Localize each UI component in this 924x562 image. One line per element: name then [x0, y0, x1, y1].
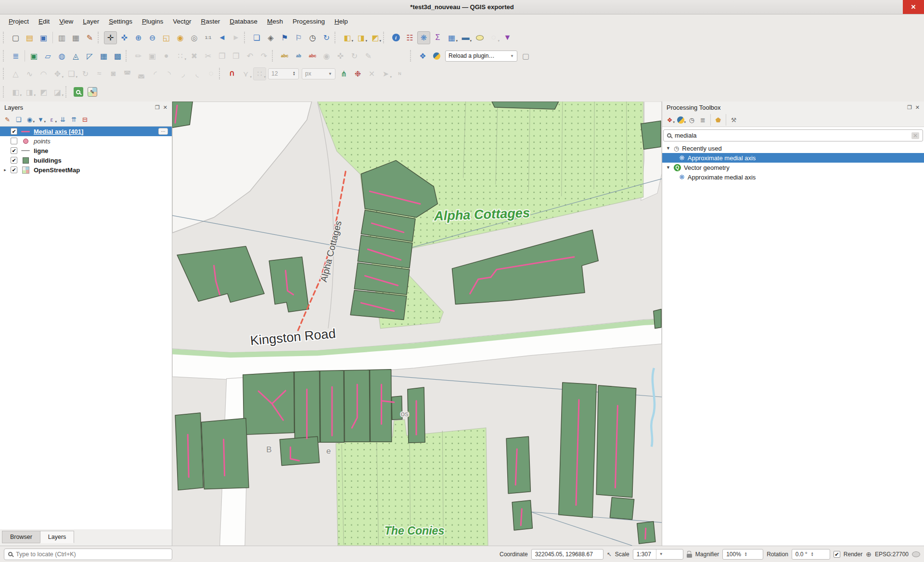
menu-plugins[interactable]: Plugins [137, 16, 168, 27]
float-panel-icon[interactable]: ❐ [155, 104, 160, 111]
snap-tolerance[interactable]: 12▲▼ [268, 68, 299, 79]
merge-features-icon[interactable]: ◌ [205, 67, 218, 80]
paste-features-icon[interactable]: ❒ [230, 50, 243, 63]
new-geopackage-layer-icon[interactable]: ▣ [27, 50, 40, 63]
python-console-icon[interactable] [430, 50, 443, 63]
add-part-icon[interactable]: ◚ [121, 67, 134, 80]
coordinate-label[interactable]: Coordinate [500, 551, 528, 558]
edit-features-in-place-icon[interactable]: ⬟ [713, 115, 724, 126]
close-panel-icon[interactable]: ✕ [915, 104, 920, 111]
rotate-feature-icon[interactable]: ↻ [79, 67, 92, 80]
layer-visibility-checkbox[interactable]: ✔ [11, 157, 17, 164]
zoom-to-layer-icon[interactable]: ◎ [188, 31, 201, 44]
zoom-native-icon[interactable]: 1:1 [202, 31, 215, 44]
open-layer-styling-icon[interactable]: ✎ [2, 114, 13, 125]
pan-to-selection-icon[interactable]: ✜ [118, 31, 131, 44]
snap-units[interactable]: px▼ [302, 68, 335, 79]
orthogonalize-icon[interactable]: N [393, 67, 406, 80]
delete-selected-icon[interactable]: ✖ [188, 50, 201, 63]
algorithm-group-vector-geometry[interactable]: ▼QVector geometry [662, 163, 924, 172]
new-spatialite-layer-icon[interactable]: ◍ [55, 50, 68, 63]
toolbar-grip[interactable] [244, 32, 248, 43]
manage-plugins-icon[interactable]: ❖ [416, 50, 429, 63]
menu-help[interactable]: Help [330, 16, 353, 27]
layer-diagram-icon[interactable]: ab [292, 50, 305, 63]
enable-tracing-icon[interactable]: ⋔ [337, 67, 350, 80]
layer-visibility-checkbox[interactable]: ✔ [11, 147, 17, 154]
manage-map-themes-icon[interactable]: ◉▾ [24, 114, 35, 125]
quickmapservices-search-icon[interactable] [72, 86, 85, 99]
toolbar-grip[interactable] [219, 68, 223, 79]
stream-digitizing-icon[interactable]: ∿ [23, 67, 36, 80]
add-feature-icon[interactable]: ● [160, 50, 173, 63]
clear-search-icon[interactable]: ✕ [911, 132, 919, 139]
vertex-tool-icon[interactable]: ∷▾ [174, 50, 187, 63]
fill-ring-icon[interactable]: ◛ [135, 67, 148, 80]
new-3d-map-view-icon[interactable]: ◈ [264, 31, 277, 44]
menu-view[interactable]: View [54, 16, 78, 27]
copy-features-icon[interactable]: ❐ [216, 50, 229, 63]
new-mesh-layer-icon[interactable]: ◬ [69, 50, 82, 63]
delete-ring-icon[interactable]: ◜ [149, 67, 162, 80]
crs-value[interactable]: EPSG:27700 [875, 551, 909, 558]
circular-string-icon[interactable]: ◠ [37, 67, 50, 80]
show-spatial-bookmarks-icon[interactable]: ⚐ [292, 31, 305, 44]
reshape-features-icon[interactable]: ◞ [177, 67, 190, 80]
models-icon[interactable]: ❖▾ [664, 115, 675, 126]
filter-by-expression-icon[interactable]: ε▾ [46, 114, 57, 125]
refresh-map-icon[interactable]: ↻ [320, 31, 333, 44]
tab-layers[interactable]: Layers [40, 531, 75, 543]
digitize-with-segment-icon[interactable]: △ [9, 67, 22, 80]
layer-visibility-checkbox[interactable]: ✔ [11, 166, 17, 173]
new-gpx-layer-icon[interactable]: ◸ [83, 50, 96, 63]
feature-filter-icon[interactable]: ▼ [501, 31, 514, 44]
menu-layer[interactable]: Layer [78, 16, 104, 27]
deselect-features-icon[interactable]: ◩▾ [369, 31, 382, 44]
render-checkbox[interactable]: ✔ [834, 551, 840, 558]
delete-part-icon[interactable]: ◝ [163, 67, 176, 80]
coordinate-field[interactable]: 322045.05, 129688.67 [531, 549, 603, 560]
processing-search-input[interactable] [675, 132, 908, 139]
change-label-icon[interactable]: ✎ [362, 50, 375, 63]
locate-input[interactable] [16, 551, 168, 558]
float-panel-icon[interactable]: ❐ [907, 104, 912, 111]
show-layout-manager-icon[interactable]: ▦ [69, 31, 82, 44]
messages-icon[interactable] [912, 551, 920, 557]
layer-edit-widget[interactable]: ⋯ [158, 128, 168, 135]
toolbar-grip[interactable] [65, 86, 69, 98]
redo-icon[interactable]: ↷ [257, 50, 270, 63]
identify-features-icon[interactable]: i [389, 31, 402, 44]
crs-globe-icon[interactable]: ⊕ [866, 550, 872, 558]
snap-on-intersection-icon[interactable]: ✕ [365, 67, 378, 80]
close-panel-icon[interactable]: ✕ [163, 104, 167, 111]
results-viewer-icon[interactable]: ≣ [697, 115, 708, 126]
new-map-view-icon[interactable]: ❏ [250, 31, 263, 44]
layer-row-openstreetmap[interactable]: ▸✔OpenStreetMap [0, 165, 172, 175]
toolbar-grip[interactable] [3, 86, 7, 98]
pan-map-icon[interactable]: ✛ [104, 31, 117, 44]
select-by-form-icon[interactable]: ☷ [403, 31, 416, 44]
measure-line-icon[interactable]: ▬▾ [459, 31, 472, 44]
spinner-arrows-icon[interactable]: ▲▼ [293, 71, 295, 76]
extent-toggle-icon[interactable]: ↖ [607, 551, 612, 558]
toolbar-grip[interactable] [98, 32, 102, 43]
rotation-spinbox[interactable]: 0.0 ° ▲▼ [792, 549, 830, 560]
expander-icon[interactable]: ▼ [666, 165, 671, 170]
mesh-transform-icon[interactable]: ◩ [37, 86, 50, 99]
menu-database[interactable]: Database [225, 16, 262, 27]
data-source-manager-icon[interactable]: ≣ [9, 50, 22, 63]
layer-visibility-checkbox[interactable] [11, 138, 17, 144]
spinner-arrows-icon[interactable]: ▲▼ [811, 552, 814, 557]
simplify-feature-icon[interactable]: ≈ [93, 67, 106, 80]
spinner-arrows-icon[interactable]: ▲▼ [744, 552, 747, 557]
add-xyz-layer-icon[interactable]: ▩ [111, 50, 124, 63]
toolbar-grip[interactable] [3, 68, 7, 79]
layer-row-ligne[interactable]: ✔ligne [0, 146, 172, 155]
algorithm-group-recently-used[interactable]: ▼◷Recently used [662, 143, 924, 153]
split-features-icon[interactable]: ◟ [191, 67, 204, 80]
menu-mesh[interactable]: Mesh [262, 16, 288, 27]
toolbar-grip[interactable] [126, 50, 129, 62]
options-icon[interactable]: ⚒ [728, 115, 739, 126]
zoom-next-icon[interactable]: ► [230, 31, 243, 44]
map-tips-icon[interactable] [473, 31, 486, 44]
